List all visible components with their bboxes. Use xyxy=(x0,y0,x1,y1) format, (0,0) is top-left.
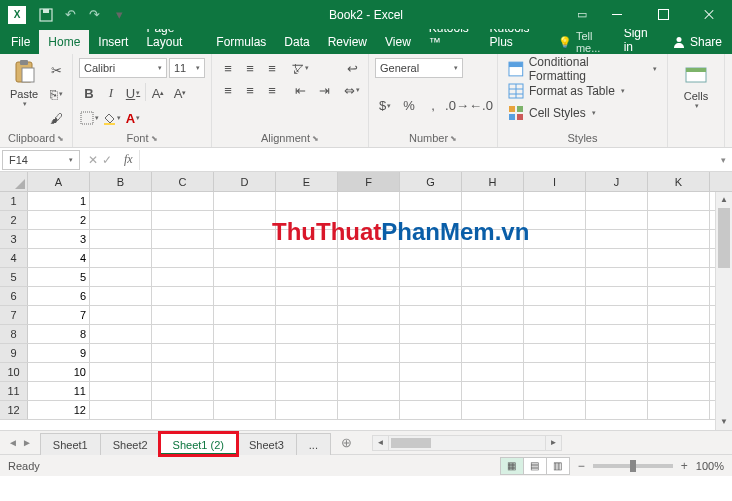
sheet-tab[interactable]: Sheet2 xyxy=(100,433,161,455)
cell-G2[interactable] xyxy=(400,211,462,229)
cell-H12[interactable] xyxy=(462,401,524,419)
cell-G4[interactable] xyxy=(400,249,462,267)
close-button[interactable] xyxy=(686,0,732,29)
row-header-3[interactable]: 3 xyxy=(0,230,28,248)
cell-J4[interactable] xyxy=(586,249,648,267)
scroll-thumb-h[interactable] xyxy=(391,438,431,448)
tab-data[interactable]: Data xyxy=(275,30,318,54)
cell-K9[interactable] xyxy=(648,344,710,362)
accounting-format-icon[interactable]: $▾ xyxy=(375,96,395,116)
tab-file[interactable]: File xyxy=(2,30,39,54)
ribbon-display-options-icon[interactable]: ▭ xyxy=(570,0,594,29)
cell-I1[interactable] xyxy=(524,192,586,210)
cell-A1[interactable]: 1 xyxy=(28,192,90,210)
cell-B12[interactable] xyxy=(90,401,152,419)
cell-J9[interactable] xyxy=(586,344,648,362)
align-right-icon[interactable]: ≡ xyxy=(262,80,282,100)
conditional-formatting-button[interactable]: Conditional Formatting▾ xyxy=(504,58,661,80)
cell-E9[interactable] xyxy=(276,344,338,362)
cell-J1[interactable] xyxy=(586,192,648,210)
sheet-tab[interactable]: Sheet3 xyxy=(236,433,297,455)
cell-F11[interactable] xyxy=(338,382,400,400)
cell-E10[interactable] xyxy=(276,363,338,381)
row-header-7[interactable]: 7 xyxy=(0,306,28,324)
row-header-5[interactable]: 5 xyxy=(0,268,28,286)
cell-K7[interactable] xyxy=(648,306,710,324)
sheet-tab[interactable]: ... xyxy=(296,433,331,455)
cell-J8[interactable] xyxy=(586,325,648,343)
cell-C5[interactable] xyxy=(152,268,214,286)
cell-C2[interactable] xyxy=(152,211,214,229)
cell-H9[interactable] xyxy=(462,344,524,362)
cell-B8[interactable] xyxy=(90,325,152,343)
cell-F10[interactable] xyxy=(338,363,400,381)
cell-G8[interactable] xyxy=(400,325,462,343)
normal-view-button[interactable]: ▦ xyxy=(500,457,524,475)
paste-button[interactable]: Paste ▾ xyxy=(6,58,42,128)
cell-D1[interactable] xyxy=(214,192,276,210)
save-icon[interactable] xyxy=(38,7,54,23)
cell-H3[interactable] xyxy=(462,230,524,248)
cell-styles-button[interactable]: Cell Styles▾ xyxy=(504,102,661,124)
cell-B3[interactable] xyxy=(90,230,152,248)
cell-I3[interactable] xyxy=(524,230,586,248)
cell-I6[interactable] xyxy=(524,287,586,305)
cell-E6[interactable] xyxy=(276,287,338,305)
cell-A12[interactable]: 12 xyxy=(28,401,90,419)
number-format-combo[interactable]: General▾ xyxy=(375,58,463,78)
col-header-I[interactable]: I xyxy=(524,172,586,191)
cell-F5[interactable] xyxy=(338,268,400,286)
cell-A4[interactable]: 4 xyxy=(28,249,90,267)
col-header-B[interactable]: B xyxy=(90,172,152,191)
cell-D4[interactable] xyxy=(214,249,276,267)
cell-I2[interactable] xyxy=(524,211,586,229)
sheet-nav-prev-icon[interactable]: ◄ xyxy=(8,437,18,448)
cell-A10[interactable]: 10 xyxy=(28,363,90,381)
sign-in[interactable]: Sign in xyxy=(614,26,662,54)
formula-input[interactable] xyxy=(139,150,714,170)
cell-C10[interactable] xyxy=(152,363,214,381)
cell-K6[interactable] xyxy=(648,287,710,305)
cell-J3[interactable] xyxy=(586,230,648,248)
format-painter-icon[interactable]: 🖌 xyxy=(46,108,66,128)
cell-H6[interactable] xyxy=(462,287,524,305)
cell-G3[interactable] xyxy=(400,230,462,248)
tell-me[interactable]: 💡Tell me... xyxy=(550,30,614,54)
cell-J11[interactable] xyxy=(586,382,648,400)
cell-K11[interactable] xyxy=(648,382,710,400)
cell-J5[interactable] xyxy=(586,268,648,286)
row-header-2[interactable]: 2 xyxy=(0,211,28,229)
cell-C9[interactable] xyxy=(152,344,214,362)
tab-home[interactable]: Home xyxy=(39,30,89,54)
cell-C12[interactable] xyxy=(152,401,214,419)
cell-I12[interactable] xyxy=(524,401,586,419)
cell-I11[interactable] xyxy=(524,382,586,400)
cell-I9[interactable] xyxy=(524,344,586,362)
cell-C6[interactable] xyxy=(152,287,214,305)
cell-A3[interactable]: 3 xyxy=(28,230,90,248)
cell-J6[interactable] xyxy=(586,287,648,305)
cell-A7[interactable]: 7 xyxy=(28,306,90,324)
cell-C3[interactable] xyxy=(152,230,214,248)
cell-D12[interactable] xyxy=(214,401,276,419)
cell-I8[interactable] xyxy=(524,325,586,343)
cell-F4[interactable] xyxy=(338,249,400,267)
cell-H2[interactable] xyxy=(462,211,524,229)
cell-H10[interactable] xyxy=(462,363,524,381)
col-header-H[interactable]: H xyxy=(462,172,524,191)
cell-F12[interactable] xyxy=(338,401,400,419)
cell-J2[interactable] xyxy=(586,211,648,229)
cell-F2[interactable] xyxy=(338,211,400,229)
col-header-J[interactable]: J xyxy=(586,172,648,191)
cell-J7[interactable] xyxy=(586,306,648,324)
cell-K1[interactable] xyxy=(648,192,710,210)
vertical-scrollbar[interactable]: ▲ ▼ xyxy=(715,192,732,430)
row-header-10[interactable]: 10 xyxy=(0,363,28,381)
sheet-tab[interactable]: Sheet1 (2) xyxy=(160,433,237,455)
italic-button[interactable]: I xyxy=(101,83,121,103)
row-header-8[interactable]: 8 xyxy=(0,325,28,343)
cell-E1[interactable] xyxy=(276,192,338,210)
horizontal-scrollbar[interactable]: ◄ ► xyxy=(372,435,562,451)
decrease-font-icon[interactable]: A▾ xyxy=(170,83,190,103)
copy-icon[interactable]: ⎘▾ xyxy=(46,84,66,104)
